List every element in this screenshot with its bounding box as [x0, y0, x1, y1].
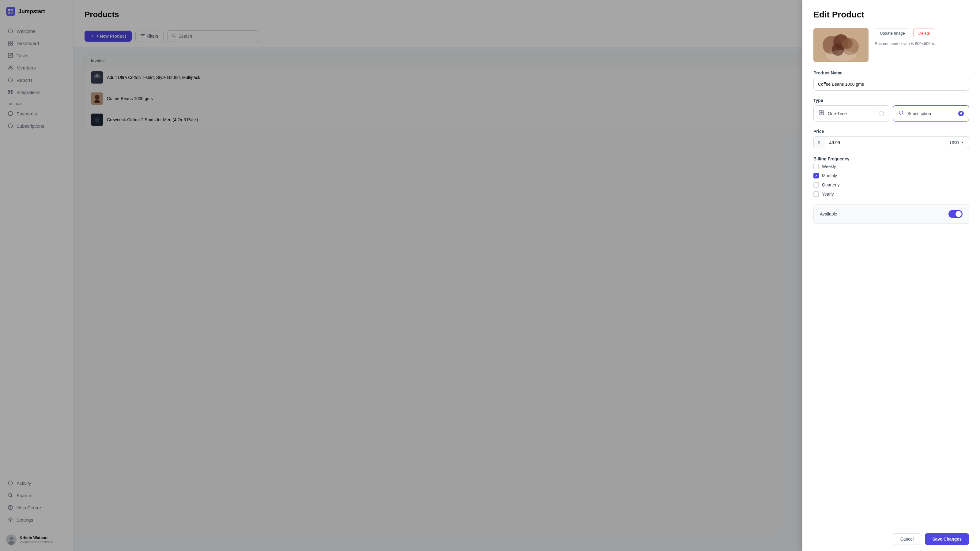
price-label: Price [813, 129, 969, 134]
one-time-icon [819, 110, 824, 117]
available-label: Available [820, 211, 837, 216]
type-option-subscription[interactable]: Subscription [893, 105, 969, 122]
billing-frequency-label: Billing Frequency [813, 156, 969, 161]
checkbox-monthly [813, 173, 819, 178]
price-prefix: $ [814, 137, 825, 149]
update-image-button[interactable]: Update Image [875, 28, 910, 38]
image-hint: Recommended size is 800×600px. [875, 41, 936, 46]
product-image-placeholder [813, 28, 869, 62]
subscription-icon [898, 110, 904, 117]
billing-checkboxes: Weekly Monthly Quarterly Yearly [813, 164, 969, 197]
product-name-label: Product Name [813, 70, 969, 75]
billing-label-monthly: Monthly [822, 173, 837, 178]
type-option-one-time[interactable]: One-Time [813, 105, 889, 122]
image-actions: Update Image Delete Recommended size is … [875, 28, 936, 46]
price-group: Price $ USD [813, 129, 969, 149]
billing-label-yearly: Yearly [822, 192, 834, 197]
product-image-section: Update Image Delete Recommended size is … [813, 28, 969, 62]
checkbox-yearly [813, 191, 819, 197]
product-name-group: Product Name [813, 70, 969, 91]
billing-option-monthly[interactable]: Monthly [813, 173, 969, 178]
type-label-subscription: Subscription [907, 111, 955, 116]
type-group: Type One-Time Subscription [813, 98, 969, 122]
billing-option-weekly[interactable]: Weekly [813, 164, 969, 169]
toggle-thumb [956, 211, 962, 217]
product-name-input[interactable] [813, 78, 969, 91]
modal-title: Edit Product [813, 10, 969, 20]
billing-option-quarterly[interactable]: Quarterly [813, 182, 969, 187]
checkbox-quarterly [813, 182, 819, 187]
modal-overlay: ✕ Edit Product [0, 0, 980, 551]
currency-selector[interactable]: USD [945, 137, 969, 149]
billing-option-yearly[interactable]: Yearly [813, 191, 969, 197]
modal-footer: Cancel Save Changes [802, 527, 980, 551]
type-selector: One-Time Subscription [813, 105, 969, 122]
edit-product-modal: ✕ Edit Product [802, 0, 980, 551]
billing-label-quarterly: Quarterly [822, 183, 840, 187]
available-row: Available [813, 204, 969, 224]
product-image-preview [813, 28, 869, 62]
chevron-down-icon [961, 140, 964, 145]
modal-body: Edit Product [802, 0, 980, 527]
type-label: Type [813, 98, 969, 103]
billing-label-weekly: Weekly [822, 164, 836, 169]
type-radio-subscription [958, 111, 964, 116]
price-input[interactable] [825, 137, 945, 149]
image-buttons: Update Image Delete [875, 28, 936, 38]
svg-point-43 [826, 50, 856, 61]
price-row: $ USD [813, 136, 969, 149]
svg-point-42 [842, 38, 853, 49]
save-changes-button[interactable]: Save Changes [925, 533, 969, 545]
checkbox-weekly [813, 164, 819, 169]
billing-frequency-group: Billing Frequency Weekly Monthly Quarter… [813, 156, 969, 197]
type-radio-one-time [879, 111, 884, 116]
currency-value: USD [950, 140, 959, 145]
cancel-button[interactable]: Cancel [893, 533, 921, 545]
available-toggle[interactable] [948, 210, 963, 218]
delete-image-button[interactable]: Delete [913, 28, 935, 38]
type-label-one-time: One-Time [828, 111, 875, 116]
